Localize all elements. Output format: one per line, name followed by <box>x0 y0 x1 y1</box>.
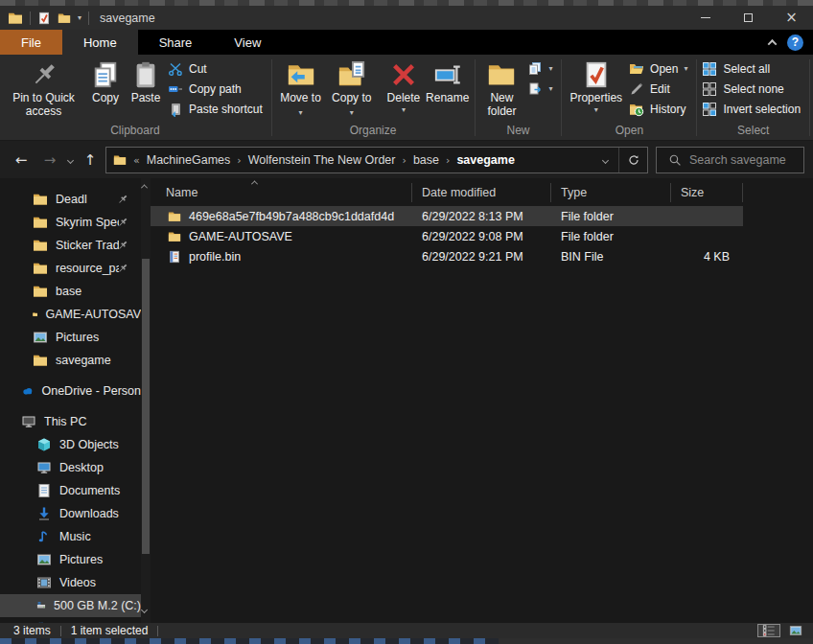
breadcrumb-chevron-icon[interactable]: › <box>446 154 450 167</box>
breadcrumb-base[interactable]: base <box>413 153 439 167</box>
search-input[interactable] <box>689 153 795 167</box>
folder-icon <box>33 238 48 253</box>
file-row-profile-bin[interactable]: profile.bin 6/29/2022 9:21 PM BIN File 4… <box>151 246 743 266</box>
navigation-pane: Deadl Skyrim Specia Sticker Trades resou… <box>0 178 141 623</box>
tab-view[interactable]: View <box>213 30 282 55</box>
details-view-button[interactable] <box>757 624 780 637</box>
search-box[interactable] <box>656 147 804 173</box>
large-icons-view-icon <box>789 624 802 637</box>
pin-to-quick-access-button[interactable]: Pin to Quick access <box>2 57 85 119</box>
qat-new-folder-icon[interactable] <box>58 12 71 25</box>
edit-icon <box>629 81 644 97</box>
column-header-size[interactable]: Size <box>671 183 743 202</box>
new-item-icon <box>527 61 543 77</box>
file-row-469e68a5[interactable]: 469e68a5e7fb49b7a488cb9c1ddafd4d 6/29/20… <box>151 206 743 226</box>
sidebar-item-skyrim[interactable]: Skyrim Specia <box>0 211 141 234</box>
qat-properties-icon[interactable] <box>37 12 51 25</box>
paste-button[interactable]: Paste <box>126 57 166 105</box>
tab-home[interactable]: Home <box>62 30 138 55</box>
file-row-game-autosave[interactable]: GAME-AUTOSAVE 6/29/2022 9:08 PM File fol… <box>151 226 743 246</box>
open-button[interactable]: Open ▾ <box>627 60 693 78</box>
sidebar-item-onedrive[interactable]: OneDrive - Person <box>0 380 141 402</box>
ribbon-group-select: Select all Select none Invert selection … <box>700 57 806 140</box>
new-item-button[interactable]: ▾ <box>525 60 558 78</box>
properties-button[interactable]: Properties ▾ <box>565 57 627 114</box>
dropdown-caret-icon: ▾ <box>299 108 303 117</box>
sidebar-item-resource-pac[interactable]: resource_pac <box>0 257 141 280</box>
breadcrumb-chevron-icon[interactable]: › <box>237 154 241 167</box>
new-folder-button[interactable]: New folder <box>477 57 525 119</box>
move-to-button[interactable]: Move to ▾ <box>275 57 327 119</box>
qat-customize-caret-icon[interactable]: ▾ <box>78 14 81 22</box>
rename-button[interactable]: Rename <box>424 57 472 105</box>
minimize-button[interactable] <box>684 6 727 30</box>
column-header-type[interactable]: Type <box>551 183 671 202</box>
sidebar-scrollbar[interactable] <box>141 178 151 623</box>
tab-file[interactable]: File <box>0 30 62 55</box>
breadcrumb-savegame[interactable]: savegame <box>456 153 514 167</box>
sidebar-item-documents[interactable]: Documents <box>0 479 141 502</box>
folder-icon <box>33 353 48 368</box>
sidebar-item-pictures-qa[interactable]: Pictures <box>0 326 141 349</box>
sidebar-item-savegame[interactable]: savegame <box>0 349 141 372</box>
sidebar-item-this-pc[interactable]: This PC <box>0 410 141 433</box>
copy-to-button[interactable]: Copy to ▾ <box>326 57 377 119</box>
pin-icon <box>117 263 128 274</box>
cut-button[interactable]: Cut <box>166 60 268 78</box>
ribbon-group-organize: Move to ▾ Copy to ▾ Delete ▾ Rename Orga… <box>275 57 472 140</box>
refresh-button[interactable] <box>618 148 647 172</box>
help-button[interactable]: ? <box>787 34 803 51</box>
sidebar-item-game-autosave[interactable]: GAME-AUTOSAV <box>0 303 141 326</box>
sidebar-item-pictures[interactable]: Pictures <box>0 548 141 571</box>
edit-button[interactable]: Edit <box>627 80 693 98</box>
sidebar-item-deadl[interactable]: Deadl <box>0 188 141 211</box>
column-header-date-modified[interactable]: Date modified <box>412 183 551 202</box>
scrollbar-down-icon[interactable] <box>141 607 148 613</box>
sidebar-item-videos[interactable]: Videos <box>0 571 141 594</box>
breadcrumb-machinegames[interactable]: MachineGames <box>147 153 231 167</box>
sidebar-item-c-drive[interactable]: 500 GB M.2 (C:) <box>0 594 141 617</box>
sidebar-item-sticker-trades[interactable]: Sticker Trades <box>0 234 141 257</box>
easy-access-button[interactable]: ▾ <box>525 80 558 98</box>
sidebar-item-downloads[interactable]: Downloads <box>0 502 141 525</box>
recent-locations-caret-icon[interactable] <box>61 141 79 179</box>
paste-shortcut-button[interactable]: Paste shortcut <box>166 101 268 118</box>
select-all-button[interactable]: Select all <box>700 60 806 78</box>
ribbon-group-open: Properties ▾ Open ▾ Edit History Op <box>565 57 693 140</box>
breadcrumb-overflow-icon[interactable]: « <box>133 154 140 167</box>
copy-icon <box>91 60 120 89</box>
delete-button[interactable]: Delete ▾ <box>383 57 424 114</box>
dropdown-caret-icon: ▾ <box>402 106 406 114</box>
select-none-button[interactable]: Select none <box>700 80 806 98</box>
copy-to-icon <box>337 60 366 89</box>
scrollbar-up-icon[interactable] <box>141 184 148 191</box>
invert-selection-button[interactable]: Invert selection <box>700 101 806 118</box>
sidebar-item-3d-objects[interactable]: 3D Objects <box>0 433 141 456</box>
close-button[interactable]: × <box>770 6 813 30</box>
sidebar-item-base[interactable]: base <box>0 280 141 303</box>
dropdown-caret-icon: ▾ <box>684 65 687 73</box>
back-button[interactable]: ← <box>10 141 33 179</box>
history-button[interactable]: History <box>627 101 693 118</box>
file-list: Name Date modified Type Size 469e68a5e7f… <box>151 178 813 623</box>
forward-button[interactable]: → <box>38 141 61 179</box>
scrollbar-thumb[interactable] <box>142 259 150 554</box>
collapse-ribbon-icon[interactable] <box>768 38 778 48</box>
copy-path-icon <box>168 81 183 97</box>
large-icons-view-button[interactable] <box>784 624 807 637</box>
address-history-caret-icon[interactable] <box>592 148 618 172</box>
breadcrumb-wolfenstein[interactable]: Wolfenstein The New Order <box>248 153 396 167</box>
sidebar-item-music[interactable]: Music <box>0 525 141 548</box>
sidebar-item-desktop[interactable]: Desktop <box>0 456 141 479</box>
minimize-icon <box>701 17 710 18</box>
maximize-button[interactable] <box>727 6 770 30</box>
copy-path-button[interactable]: Copy path <box>166 80 268 98</box>
copy-button[interactable]: Copy <box>85 57 126 105</box>
rename-icon <box>433 60 462 89</box>
breadcrumb-chevron-icon[interactable]: › <box>402 154 406 167</box>
app-folder-icon <box>8 11 23 26</box>
address-bar[interactable]: « MachineGames › Wolfenstein The New Ord… <box>105 147 648 173</box>
up-button[interactable]: ↑ <box>79 141 102 179</box>
column-header-name[interactable]: Name <box>151 183 412 202</box>
tab-share[interactable]: Share <box>138 30 214 55</box>
